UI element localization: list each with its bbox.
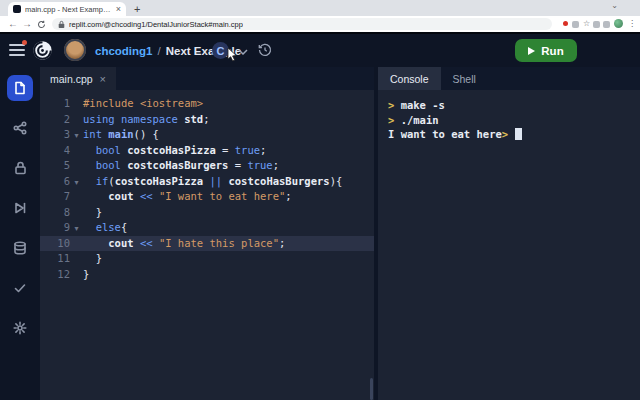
sidebar-item-settings[interactable] bbox=[7, 315, 33, 341]
browser-tab-title: main.cpp - Next Example - Re bbox=[25, 5, 112, 14]
code-editor[interactable]: 1#include <iostream>2using namespace std… bbox=[40, 90, 374, 400]
notification-dot bbox=[22, 40, 27, 45]
hamburger-menu-icon[interactable] bbox=[9, 44, 25, 56]
breadcrumb-separator: / bbox=[158, 45, 161, 57]
prompt-icon: > bbox=[388, 114, 401, 126]
line-number: 1 bbox=[40, 96, 70, 112]
sidebar-item-files[interactable] bbox=[7, 75, 33, 101]
code-token bbox=[83, 144, 96, 156]
extension-icon[interactable] bbox=[572, 21, 579, 28]
fold-arrow-icon[interactable]: ▾ bbox=[70, 221, 83, 237]
prompt-icon: > bbox=[388, 99, 401, 111]
chevron-down-icon[interactable] bbox=[238, 49, 248, 55]
history-icon[interactable] bbox=[258, 43, 272, 57]
checkmark-icon bbox=[13, 281, 27, 295]
browser-profile-avatar[interactable] bbox=[614, 19, 623, 28]
code-line-11[interactable]: 11 } bbox=[40, 251, 374, 267]
file-icon bbox=[13, 81, 27, 95]
sidebar-item-secrets[interactable] bbox=[7, 155, 33, 181]
code-token: costcoHasPizza bbox=[121, 144, 216, 156]
browser-menu-icon[interactable]: ⋮ bbox=[628, 19, 636, 28]
code-line-8[interactable]: 8 } bbox=[40, 205, 374, 221]
breadcrumb-username[interactable]: chcoding1 bbox=[95, 45, 153, 57]
code-line-3[interactable]: 3▾int main() { bbox=[40, 127, 374, 143]
code-line-4[interactable]: 4 bool costcoHasPizza = true; bbox=[40, 143, 374, 159]
line-number: 3 bbox=[40, 127, 70, 143]
bookmark-star-icon[interactable]: ☆ bbox=[583, 19, 590, 28]
database-icon bbox=[13, 241, 27, 255]
console-line-3: I want to eat here> bbox=[388, 127, 640, 142]
editor-panel: main.cpp × 1#include <iostream>2using na… bbox=[40, 67, 374, 400]
line-number: 8 bbox=[40, 205, 70, 221]
code-token: else bbox=[96, 221, 121, 233]
sidebar-item-database[interactable] bbox=[7, 235, 33, 261]
code-token bbox=[83, 175, 96, 187]
code-token: bool bbox=[96, 159, 121, 171]
code-line-12[interactable]: 12} bbox=[40, 267, 374, 283]
code-token bbox=[83, 221, 96, 233]
code-line-5[interactable]: 5 bool costcoHasBurgers = true; bbox=[40, 158, 374, 174]
code-line-2[interactable]: 2using namespace std; bbox=[40, 112, 374, 128]
url-text: replit.com/@chcoding1/DentalJuniorStack#… bbox=[69, 20, 243, 29]
code-token: ; bbox=[273, 159, 279, 171]
line-number: 2 bbox=[40, 112, 70, 128]
editor-scrollbar-thumb[interactable] bbox=[370, 378, 373, 400]
address-bar[interactable]: replit.com/@chcoding1/DentalJuniorStack#… bbox=[52, 18, 552, 30]
code-line-1[interactable]: 1#include <iostream> bbox=[40, 96, 374, 112]
console-line-2: > ./main bbox=[388, 113, 640, 128]
fold-arrow-icon[interactable]: ▾ bbox=[70, 128, 83, 144]
tab-close-icon[interactable]: × bbox=[116, 4, 121, 14]
sidebar-item-checks[interactable] bbox=[7, 275, 33, 301]
code-token: () { bbox=[134, 128, 159, 140]
code-token: int bbox=[83, 128, 102, 140]
sidebar-item-version-control[interactable] bbox=[7, 115, 33, 141]
tab-close-icon[interactable]: × bbox=[100, 73, 106, 85]
console-output[interactable]: > make -s> ./mainI want to eat here> bbox=[378, 90, 640, 400]
forward-icon[interactable]: → bbox=[22, 18, 32, 29]
prompt-icon: > bbox=[502, 128, 515, 140]
code-line-10[interactable]: 10 cout << "I hate this place"; bbox=[40, 236, 374, 252]
code-token: ; bbox=[285, 190, 291, 202]
code-token: } bbox=[83, 252, 102, 264]
run-button[interactable]: Run bbox=[515, 39, 577, 62]
code-token: cout bbox=[108, 190, 133, 202]
tab-shell[interactable]: Shell bbox=[441, 67, 488, 90]
run-skip-icon bbox=[13, 201, 27, 215]
code-token: ; bbox=[279, 237, 285, 249]
new-tab-button[interactable]: + bbox=[134, 3, 140, 15]
editor-tabbar: main.cpp × bbox=[40, 67, 374, 90]
replit-logo-icon[interactable] bbox=[32, 40, 53, 61]
line-number: 6 bbox=[40, 174, 70, 190]
code-token: || bbox=[209, 175, 222, 187]
code-token: { bbox=[121, 221, 127, 233]
code-token: << bbox=[140, 237, 153, 249]
lock-icon bbox=[14, 161, 27, 175]
code-token: } bbox=[83, 268, 89, 280]
fold-arrow-icon[interactable]: ▾ bbox=[70, 175, 83, 191]
code-token: costcoHasBurgers bbox=[228, 175, 329, 187]
browser-tab[interactable]: main.cpp - Next Example - Re × bbox=[8, 2, 126, 16]
console-text: I want to eat here bbox=[388, 128, 502, 140]
back-icon[interactable]: ← bbox=[8, 18, 18, 29]
editor-tab-main-cpp[interactable]: main.cpp × bbox=[40, 67, 116, 90]
extensions-puzzle-icon[interactable] bbox=[603, 21, 610, 28]
code-line-9[interactable]: 9▾ else{ bbox=[40, 220, 374, 236]
line-number: 5 bbox=[40, 158, 70, 174]
run-button-label: Run bbox=[541, 45, 563, 57]
code-token: ; bbox=[260, 144, 266, 156]
sidebar-item-debugger[interactable] bbox=[7, 195, 33, 221]
window-chevron-icon: ⌄ bbox=[611, 1, 618, 10]
code-token: if bbox=[96, 175, 109, 187]
code-token: = bbox=[216, 144, 235, 156]
reload-icon[interactable] bbox=[37, 20, 46, 29]
code-token: << bbox=[140, 190, 153, 202]
tab-console[interactable]: Console bbox=[378, 67, 441, 90]
user-avatar[interactable] bbox=[64, 39, 86, 61]
extension-icon[interactable] bbox=[593, 21, 600, 28]
terminal-cursor[interactable] bbox=[515, 128, 522, 140]
line-number: 4 bbox=[40, 143, 70, 159]
code-line-7[interactable]: 7 cout << "I want to eat here"; bbox=[40, 189, 374, 205]
line-number: 7 bbox=[40, 189, 70, 205]
line-number: 11 bbox=[40, 251, 70, 267]
code-line-6[interactable]: 6▾ if(costcoHasPizza || costcoHasBurgers… bbox=[40, 174, 374, 190]
